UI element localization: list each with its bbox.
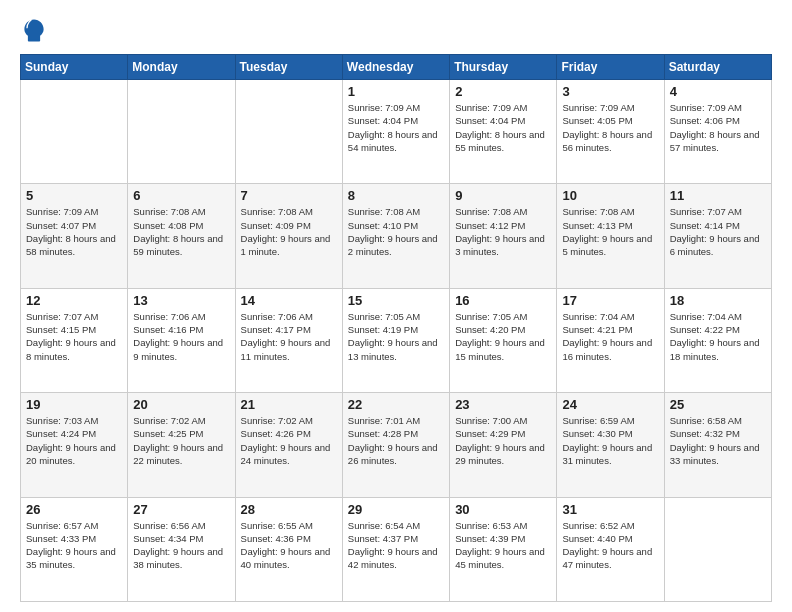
day-number: 1 <box>348 84 444 99</box>
day-number: 26 <box>26 502 122 517</box>
day-number: 23 <box>455 397 551 412</box>
day-number: 8 <box>348 188 444 203</box>
day-info: Sunrise: 6:59 AM Sunset: 4:30 PM Dayligh… <box>562 414 658 467</box>
weekday-header-row: SundayMondayTuesdayWednesdayThursdayFrid… <box>21 55 772 80</box>
day-info: Sunrise: 7:05 AM Sunset: 4:20 PM Dayligh… <box>455 310 551 363</box>
day-info: Sunrise: 7:04 AM Sunset: 4:22 PM Dayligh… <box>670 310 766 363</box>
calendar-cell: 13Sunrise: 7:06 AM Sunset: 4:16 PM Dayli… <box>128 288 235 392</box>
calendar-cell: 5Sunrise: 7:09 AM Sunset: 4:07 PM Daylig… <box>21 184 128 288</box>
calendar-cell: 19Sunrise: 7:03 AM Sunset: 4:24 PM Dayli… <box>21 393 128 497</box>
calendar-week-4: 19Sunrise: 7:03 AM Sunset: 4:24 PM Dayli… <box>21 393 772 497</box>
calendar-cell: 28Sunrise: 6:55 AM Sunset: 4:36 PM Dayli… <box>235 497 342 601</box>
day-info: Sunrise: 7:05 AM Sunset: 4:19 PM Dayligh… <box>348 310 444 363</box>
day-number: 18 <box>670 293 766 308</box>
svg-rect-0 <box>28 40 40 42</box>
day-number: 4 <box>670 84 766 99</box>
calendar-week-3: 12Sunrise: 7:07 AM Sunset: 4:15 PM Dayli… <box>21 288 772 392</box>
logo-icon <box>20 16 48 44</box>
day-info: Sunrise: 6:55 AM Sunset: 4:36 PM Dayligh… <box>241 519 337 572</box>
day-info: Sunrise: 6:58 AM Sunset: 4:32 PM Dayligh… <box>670 414 766 467</box>
calendar-cell: 7Sunrise: 7:08 AM Sunset: 4:09 PM Daylig… <box>235 184 342 288</box>
day-info: Sunrise: 6:53 AM Sunset: 4:39 PM Dayligh… <box>455 519 551 572</box>
calendar-cell: 29Sunrise: 6:54 AM Sunset: 4:37 PM Dayli… <box>342 497 449 601</box>
calendar-cell <box>235 80 342 184</box>
day-info: Sunrise: 7:02 AM Sunset: 4:25 PM Dayligh… <box>133 414 229 467</box>
calendar-week-1: 1Sunrise: 7:09 AM Sunset: 4:04 PM Daylig… <box>21 80 772 184</box>
weekday-header-thursday: Thursday <box>450 55 557 80</box>
day-number: 14 <box>241 293 337 308</box>
calendar-cell: 27Sunrise: 6:56 AM Sunset: 4:34 PM Dayli… <box>128 497 235 601</box>
day-info: Sunrise: 7:01 AM Sunset: 4:28 PM Dayligh… <box>348 414 444 467</box>
day-info: Sunrise: 6:56 AM Sunset: 4:34 PM Dayligh… <box>133 519 229 572</box>
calendar-cell: 26Sunrise: 6:57 AM Sunset: 4:33 PM Dayli… <box>21 497 128 601</box>
calendar-page: SundayMondayTuesdayWednesdayThursdayFrid… <box>0 0 792 612</box>
day-number: 10 <box>562 188 658 203</box>
day-info: Sunrise: 7:02 AM Sunset: 4:26 PM Dayligh… <box>241 414 337 467</box>
day-number: 20 <box>133 397 229 412</box>
day-number: 15 <box>348 293 444 308</box>
day-number: 25 <box>670 397 766 412</box>
calendar-cell <box>128 80 235 184</box>
calendar-cell: 12Sunrise: 7:07 AM Sunset: 4:15 PM Dayli… <box>21 288 128 392</box>
day-info: Sunrise: 7:06 AM Sunset: 4:17 PM Dayligh… <box>241 310 337 363</box>
calendar-cell: 30Sunrise: 6:53 AM Sunset: 4:39 PM Dayli… <box>450 497 557 601</box>
day-info: Sunrise: 7:09 AM Sunset: 4:04 PM Dayligh… <box>455 101 551 154</box>
calendar-cell: 21Sunrise: 7:02 AM Sunset: 4:26 PM Dayli… <box>235 393 342 497</box>
weekday-header-friday: Friday <box>557 55 664 80</box>
calendar-cell: 3Sunrise: 7:09 AM Sunset: 4:05 PM Daylig… <box>557 80 664 184</box>
calendar-cell: 16Sunrise: 7:05 AM Sunset: 4:20 PM Dayli… <box>450 288 557 392</box>
day-number: 16 <box>455 293 551 308</box>
day-info: Sunrise: 6:52 AM Sunset: 4:40 PM Dayligh… <box>562 519 658 572</box>
day-number: 2 <box>455 84 551 99</box>
day-info: Sunrise: 7:09 AM Sunset: 4:07 PM Dayligh… <box>26 205 122 258</box>
day-info: Sunrise: 7:08 AM Sunset: 4:08 PM Dayligh… <box>133 205 229 258</box>
calendar-cell: 6Sunrise: 7:08 AM Sunset: 4:08 PM Daylig… <box>128 184 235 288</box>
calendar-cell: 22Sunrise: 7:01 AM Sunset: 4:28 PM Dayli… <box>342 393 449 497</box>
calendar-cell: 8Sunrise: 7:08 AM Sunset: 4:10 PM Daylig… <box>342 184 449 288</box>
calendar-cell: 18Sunrise: 7:04 AM Sunset: 4:22 PM Dayli… <box>664 288 771 392</box>
calendar-cell <box>664 497 771 601</box>
day-number: 9 <box>455 188 551 203</box>
day-info: Sunrise: 7:06 AM Sunset: 4:16 PM Dayligh… <box>133 310 229 363</box>
day-info: Sunrise: 7:09 AM Sunset: 4:05 PM Dayligh… <box>562 101 658 154</box>
calendar-cell: 14Sunrise: 7:06 AM Sunset: 4:17 PM Dayli… <box>235 288 342 392</box>
header <box>20 16 772 44</box>
weekday-header-saturday: Saturday <box>664 55 771 80</box>
day-info: Sunrise: 7:08 AM Sunset: 4:13 PM Dayligh… <box>562 205 658 258</box>
day-number: 31 <box>562 502 658 517</box>
weekday-header-wednesday: Wednesday <box>342 55 449 80</box>
calendar-cell: 2Sunrise: 7:09 AM Sunset: 4:04 PM Daylig… <box>450 80 557 184</box>
weekday-header-sunday: Sunday <box>21 55 128 80</box>
calendar-cell: 15Sunrise: 7:05 AM Sunset: 4:19 PM Dayli… <box>342 288 449 392</box>
logo <box>20 16 52 44</box>
calendar-cell: 20Sunrise: 7:02 AM Sunset: 4:25 PM Dayli… <box>128 393 235 497</box>
day-number: 24 <box>562 397 658 412</box>
day-number: 12 <box>26 293 122 308</box>
day-info: Sunrise: 7:00 AM Sunset: 4:29 PM Dayligh… <box>455 414 551 467</box>
day-info: Sunrise: 7:09 AM Sunset: 4:04 PM Dayligh… <box>348 101 444 154</box>
calendar-cell: 10Sunrise: 7:08 AM Sunset: 4:13 PM Dayli… <box>557 184 664 288</box>
day-number: 30 <box>455 502 551 517</box>
day-number: 27 <box>133 502 229 517</box>
day-info: Sunrise: 7:08 AM Sunset: 4:10 PM Dayligh… <box>348 205 444 258</box>
weekday-header-monday: Monday <box>128 55 235 80</box>
calendar-week-2: 5Sunrise: 7:09 AM Sunset: 4:07 PM Daylig… <box>21 184 772 288</box>
calendar-cell: 11Sunrise: 7:07 AM Sunset: 4:14 PM Dayli… <box>664 184 771 288</box>
day-number: 13 <box>133 293 229 308</box>
calendar-cell: 9Sunrise: 7:08 AM Sunset: 4:12 PM Daylig… <box>450 184 557 288</box>
calendar-cell: 17Sunrise: 7:04 AM Sunset: 4:21 PM Dayli… <box>557 288 664 392</box>
weekday-header-tuesday: Tuesday <box>235 55 342 80</box>
day-info: Sunrise: 7:09 AM Sunset: 4:06 PM Dayligh… <box>670 101 766 154</box>
day-number: 7 <box>241 188 337 203</box>
day-info: Sunrise: 6:54 AM Sunset: 4:37 PM Dayligh… <box>348 519 444 572</box>
day-number: 22 <box>348 397 444 412</box>
calendar-table: SundayMondayTuesdayWednesdayThursdayFrid… <box>20 54 772 602</box>
calendar-cell: 1Sunrise: 7:09 AM Sunset: 4:04 PM Daylig… <box>342 80 449 184</box>
day-info: Sunrise: 7:08 AM Sunset: 4:09 PM Dayligh… <box>241 205 337 258</box>
day-info: Sunrise: 7:07 AM Sunset: 4:15 PM Dayligh… <box>26 310 122 363</box>
day-info: Sunrise: 7:04 AM Sunset: 4:21 PM Dayligh… <box>562 310 658 363</box>
calendar-cell: 25Sunrise: 6:58 AM Sunset: 4:32 PM Dayli… <box>664 393 771 497</box>
calendar-week-5: 26Sunrise: 6:57 AM Sunset: 4:33 PM Dayli… <box>21 497 772 601</box>
calendar-cell: 23Sunrise: 7:00 AM Sunset: 4:29 PM Dayli… <box>450 393 557 497</box>
day-number: 28 <box>241 502 337 517</box>
